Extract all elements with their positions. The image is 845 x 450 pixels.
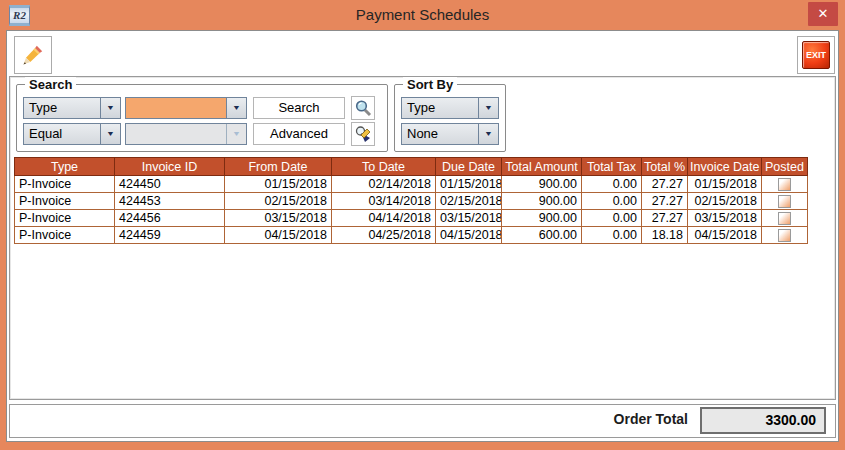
cell-posted[interactable]: [762, 176, 808, 193]
cell-to-date[interactable]: 04/14/2018: [332, 210, 436, 227]
cell-invoice-date[interactable]: 03/15/2018: [688, 210, 762, 227]
cell-invoice-id[interactable]: 424456: [115, 210, 225, 227]
table-row[interactable]: P-Invoice 424456 03/15/2018 04/14/2018 0…: [15, 210, 808, 227]
search-value-text: [126, 98, 226, 118]
col-header-from-date: From Date: [225, 158, 332, 176]
sortby-primary-value: Type: [402, 98, 478, 118]
cell-posted[interactable]: [762, 210, 808, 227]
cell-type[interactable]: P-Invoice: [15, 210, 115, 227]
search-groupbox: Search Type Search Equal Advanced: [16, 84, 388, 152]
order-total-label: Order Total: [470, 411, 688, 427]
cell-total-tax[interactable]: 0.00: [582, 176, 642, 193]
chevron-down-icon: [226, 124, 246, 144]
cell-total-pct[interactable]: 27.27: [642, 193, 688, 210]
cell-from-date[interactable]: 03/15/2018: [225, 210, 332, 227]
edit-button[interactable]: [14, 36, 52, 74]
cell-from-date[interactable]: 01/15/2018: [225, 176, 332, 193]
search-operator-value: Equal: [24, 124, 100, 144]
payment-schedule-table: Type Invoice ID From Date To Date Due Da…: [14, 157, 808, 244]
close-button[interactable]: ✕: [808, 2, 838, 26]
cell-invoice-date[interactable]: 02/15/2018: [688, 193, 762, 210]
col-header-due-date: Due Date: [436, 158, 502, 176]
sortby-primary-combobox[interactable]: Type: [401, 97, 499, 119]
sortby-secondary-combobox[interactable]: None: [401, 123, 499, 145]
pencil-icon: [20, 42, 46, 68]
col-header-invoice-id: Invoice ID: [115, 158, 225, 176]
cell-to-date[interactable]: 04/25/2018: [332, 227, 436, 244]
col-header-total-pct: Total %: [642, 158, 688, 176]
cell-posted[interactable]: [762, 227, 808, 244]
cell-total-pct[interactable]: 27.27: [642, 176, 688, 193]
search-value-combobox[interactable]: [125, 97, 247, 119]
chevron-down-icon[interactable]: [100, 98, 120, 118]
col-header-invoice-date: Invoice Date: [688, 158, 762, 176]
cell-due-date[interactable]: 04/15/2018: [436, 227, 502, 244]
search-button[interactable]: Search: [253, 97, 345, 119]
search-field-combobox[interactable]: Type: [23, 97, 121, 119]
cell-posted[interactable]: [762, 193, 808, 210]
cell-invoice-date[interactable]: 04/15/2018: [688, 227, 762, 244]
cell-total-pct[interactable]: 18.18: [642, 227, 688, 244]
cell-total-tax[interactable]: 0.00: [582, 193, 642, 210]
search-icon-button[interactable]: [351, 96, 375, 120]
search-icon: [354, 99, 372, 117]
cell-invoice-id[interactable]: 424453: [115, 193, 225, 210]
col-header-to-date: To Date: [332, 158, 436, 176]
window-title: Payment Schedules: [0, 0, 845, 30]
chevron-down-icon[interactable]: [478, 124, 498, 144]
posted-checkbox[interactable]: [778, 229, 791, 242]
search-field-value: Type: [24, 98, 100, 118]
title-bar: R2 Payment Schedules ✕: [0, 0, 845, 30]
chevron-down-icon[interactable]: [478, 98, 498, 118]
exit-button-frame: EXIT: [797, 36, 835, 74]
search-legend: Search: [25, 77, 76, 92]
col-header-total-amount: Total Amount: [502, 158, 582, 176]
cell-type[interactable]: P-Invoice: [15, 193, 115, 210]
cell-total-amount[interactable]: 900.00: [502, 193, 582, 210]
posted-checkbox[interactable]: [778, 178, 791, 191]
cell-type[interactable]: P-Invoice: [15, 176, 115, 193]
search-operator-combobox[interactable]: Equal: [23, 123, 121, 145]
cell-total-amount[interactable]: 900.00: [502, 210, 582, 227]
cell-total-tax[interactable]: 0.00: [582, 227, 642, 244]
cell-total-tax[interactable]: 0.00: [582, 210, 642, 227]
cell-due-date[interactable]: 01/15/2018: [436, 176, 502, 193]
cell-to-date[interactable]: 03/14/2018: [332, 193, 436, 210]
cell-total-pct[interactable]: 27.27: [642, 210, 688, 227]
posted-checkbox[interactable]: [778, 195, 791, 208]
table-row[interactable]: P-Invoice 424450 01/15/2018 02/14/2018 0…: [15, 176, 808, 193]
col-header-posted: Posted: [762, 158, 808, 176]
search-value2-combobox: [125, 123, 247, 145]
sortby-secondary-value: None: [402, 124, 478, 144]
advanced-button[interactable]: Advanced: [253, 123, 345, 145]
col-header-type: Type: [15, 158, 115, 176]
sortby-groupbox: Sort By Type None: [394, 84, 506, 152]
advanced-search-icon-button[interactable]: [351, 122, 375, 146]
chevron-down-icon[interactable]: [100, 124, 120, 144]
posted-checkbox[interactable]: [778, 212, 791, 225]
cell-invoice-id[interactable]: 424450: [115, 176, 225, 193]
cell-type[interactable]: P-Invoice: [15, 227, 115, 244]
table-header-row: Type Invoice ID From Date To Date Due Da…: [15, 158, 808, 176]
search-value2-text: [126, 124, 226, 144]
order-total-field: 3300.00: [700, 407, 826, 434]
cell-to-date[interactable]: 02/14/2018: [332, 176, 436, 193]
table-row[interactable]: P-Invoice 424453 02/15/2018 03/14/2018 0…: [15, 193, 808, 210]
chevron-down-icon[interactable]: [226, 98, 246, 118]
cell-due-date[interactable]: 02/15/2018: [436, 193, 502, 210]
table-row[interactable]: P-Invoice 424459 04/15/2018 04/25/2018 0…: [15, 227, 808, 244]
cell-invoice-date[interactable]: 01/15/2018: [688, 176, 762, 193]
cell-from-date[interactable]: 02/15/2018: [225, 193, 332, 210]
advanced-search-icon: [354, 125, 372, 143]
col-header-total-tax: Total Tax: [582, 158, 642, 176]
cell-total-amount[interactable]: 600.00: [502, 227, 582, 244]
cell-total-amount[interactable]: 900.00: [502, 176, 582, 193]
cell-due-date[interactable]: 03/15/2018: [436, 210, 502, 227]
cell-invoice-id[interactable]: 424459: [115, 227, 225, 244]
cell-from-date[interactable]: 04/15/2018: [225, 227, 332, 244]
sortby-legend: Sort By: [403, 77, 457, 92]
exit-button[interactable]: EXIT: [802, 41, 830, 69]
